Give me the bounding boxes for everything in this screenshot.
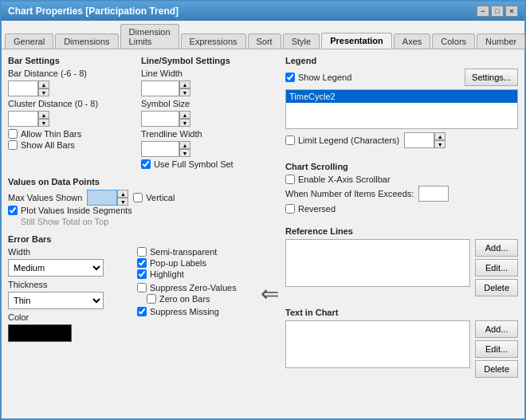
- bar-distance-input[interactable]: 2: [8, 80, 38, 96]
- symbol-size-spinner: 3 pt ▲ ▼: [141, 111, 190, 127]
- suppress-missing-label: Suppress Missing: [150, 307, 219, 316]
- line-width-spin-btns: ▲ ▼: [179, 80, 190, 96]
- max-vals-up[interactable]: ▲: [117, 190, 128, 198]
- max-vals-label: Max Values Shown: [8, 193, 82, 202]
- bar-distance-down[interactable]: ▼: [38, 88, 49, 96]
- text-chart-delete-button[interactable]: Delete: [475, 360, 518, 378]
- arrow-icon: ⇐: [261, 281, 279, 307]
- reference-add-button[interactable]: Add...: [475, 239, 518, 257]
- chart-scrolling-section: Chart Scrolling Enable X-Axis Scrollbar …: [285, 162, 518, 215]
- suppress-missing-checkbox[interactable]: [137, 307, 147, 316]
- tab-general[interactable]: General: [5, 33, 53, 49]
- line-width-up[interactable]: ▲: [179, 80, 190, 88]
- trendline-width-down[interactable]: ▼: [179, 149, 190, 157]
- symbol-size-down[interactable]: ▼: [179, 119, 190, 127]
- max-vals-spin-btns: ▲ ▼: [117, 190, 128, 206]
- error-thickness-select[interactable]: Thin Medium Thick: [8, 292, 104, 309]
- line-width-input[interactable]: 2 pt: [141, 80, 179, 96]
- limit-legend-up[interactable]: ▲: [434, 132, 446, 140]
- highlight-row: Highlight: [137, 269, 279, 279]
- tab-axes[interactable]: Axes: [394, 33, 430, 49]
- tab-sort[interactable]: Sort: [248, 33, 281, 49]
- error-thickness-label: Thickness: [8, 280, 48, 289]
- legend-item[interactable]: TimeCycle2: [286, 90, 517, 103]
- suppress-zero-checkbox[interactable]: [137, 283, 147, 292]
- cluster-distance-input[interactable]: 5: [8, 111, 38, 127]
- error-width-select[interactable]: Medium Thin Wide: [8, 259, 104, 277]
- bar-distance-up[interactable]: ▲: [38, 80, 49, 88]
- text-chart-add-button[interactable]: Add...: [475, 320, 518, 338]
- cluster-distance-down[interactable]: ▼: [38, 119, 49, 127]
- reference-lines-area: Add... Edit... Delete: [285, 239, 518, 296]
- tab-colors[interactable]: Colors: [432, 33, 475, 49]
- max-vals-input[interactable]: 100: [87, 190, 117, 206]
- enable-xaxis-checkbox[interactable]: [285, 175, 295, 184]
- error-thickness-row: Thickness: [8, 280, 128, 289]
- limit-legend-row: Limit Legend (Characters) 15 ▲ ▼: [285, 132, 518, 148]
- semi-transparent-checkbox[interactable]: [137, 247, 147, 257]
- tab-style[interactable]: Style: [283, 33, 320, 49]
- allow-thin-bars-checkbox[interactable]: [8, 129, 18, 139]
- plot-values-checkbox[interactable]: [8, 206, 18, 215]
- bar-distance-row: Bar Distance (-6 - 8): [8, 69, 132, 78]
- legend-settings-button[interactable]: Settings...: [465, 69, 518, 86]
- error-thickness-select-row: Thin Medium Thick: [8, 292, 128, 309]
- line-width-label: Line Width: [141, 69, 183, 78]
- reference-lines-section: Reference Lines Add... Edit... Delete: [285, 226, 518, 296]
- still-show-total-row: Still Show Total on Top: [8, 217, 279, 226]
- reference-edit-button[interactable]: Edit...: [475, 259, 518, 277]
- limit-legend-input[interactable]: 15: [404, 132, 434, 148]
- tab-expressions[interactable]: Expressions: [181, 33, 246, 49]
- highlight-checkbox[interactable]: [137, 269, 147, 279]
- symbol-size-input[interactable]: 3 pt: [141, 111, 179, 127]
- close-button[interactable]: ×: [505, 6, 518, 17]
- trendline-width-spin-btns: ▲ ▼: [179, 141, 190, 157]
- when-exceeds-input[interactable]: 10: [418, 186, 449, 202]
- text-chart-edit-button[interactable]: Edit...: [475, 340, 518, 358]
- allow-thin-bars-row: Allow Thin Bars: [8, 129, 132, 139]
- tab-dimensions[interactable]: Dimensions: [55, 33, 118, 49]
- maximize-button[interactable]: □: [491, 6, 504, 17]
- show-all-bars-checkbox[interactable]: [8, 140, 18, 150]
- symbol-size-up[interactable]: ▲: [179, 111, 190, 119]
- limit-legend-down[interactable]: ▼: [434, 140, 446, 148]
- popup-labels-checkbox[interactable]: [137, 258, 147, 268]
- max-vals-down[interactable]: ▼: [117, 198, 128, 206]
- error-color-swatch[interactable]: [8, 324, 72, 342]
- trendline-width-up[interactable]: ▲: [179, 141, 190, 149]
- use-full-symbol-checkbox[interactable]: [141, 159, 151, 169]
- symbol-size-label: Symbol Size: [141, 99, 190, 108]
- cluster-distance-up[interactable]: ▲: [38, 111, 49, 119]
- show-all-bars-row: Show All Bars: [8, 140, 132, 150]
- text-chart-btns: Add... Edit... Delete: [475, 320, 518, 378]
- tab-number[interactable]: Number: [477, 33, 525, 49]
- tab-dimension-limits[interactable]: Dimension Limits: [120, 24, 179, 49]
- show-legend-checkbox[interactable]: [285, 73, 295, 82]
- error-color-row: Color: [8, 312, 128, 322]
- bar-settings-label: Bar Settings: [8, 56, 132, 65]
- line-width-spinner: 2 pt ▲ ▼: [141, 80, 190, 96]
- reference-btns: Add... Edit... Delete: [475, 239, 518, 296]
- vertical-checkbox[interactable]: [133, 193, 143, 202]
- error-color-box-row: [8, 324, 128, 342]
- trendline-width-input[interactable]: 1 pt: [141, 141, 179, 157]
- bar-distance-spinner: 2 ▲ ▼: [8, 80, 49, 96]
- limit-legend-spin-btns: ▲ ▼: [434, 132, 446, 148]
- legend-section: Legend Show Legend Settings... TimeCycle…: [285, 56, 518, 151]
- tab-presentation[interactable]: Presentation: [321, 33, 392, 49]
- trendline-width-spinner: 1 pt ▲ ▼: [141, 141, 190, 157]
- cluster-distance-input-row: 5 ▲ ▼: [8, 111, 132, 127]
- minimize-button[interactable]: −: [477, 6, 489, 17]
- limit-legend-checkbox[interactable]: [285, 135, 295, 145]
- zero-on-bars-checkbox[interactable]: [147, 294, 156, 304]
- top-settings-row: Bar Settings Bar Distance (-6 - 8) 2 ▲ ▼: [8, 56, 279, 171]
- limit-legend-label: Limit Legend (Characters): [298, 135, 399, 145]
- line-symbol-settings-group: Line/Symbol Settings Line Width 2 pt ▲ ▼: [141, 56, 279, 171]
- reversed-checkbox[interactable]: [285, 204, 295, 214]
- zero-on-bars-label: Zero on Bars: [159, 294, 210, 304]
- reference-delete-button[interactable]: Delete: [475, 279, 518, 296]
- legend-header-row: Show Legend Settings...: [285, 69, 518, 86]
- popup-labels-label: Pop-up Labels: [150, 258, 206, 268]
- reversed-label: Reversed: [298, 204, 336, 214]
- line-width-down[interactable]: ▼: [179, 88, 190, 96]
